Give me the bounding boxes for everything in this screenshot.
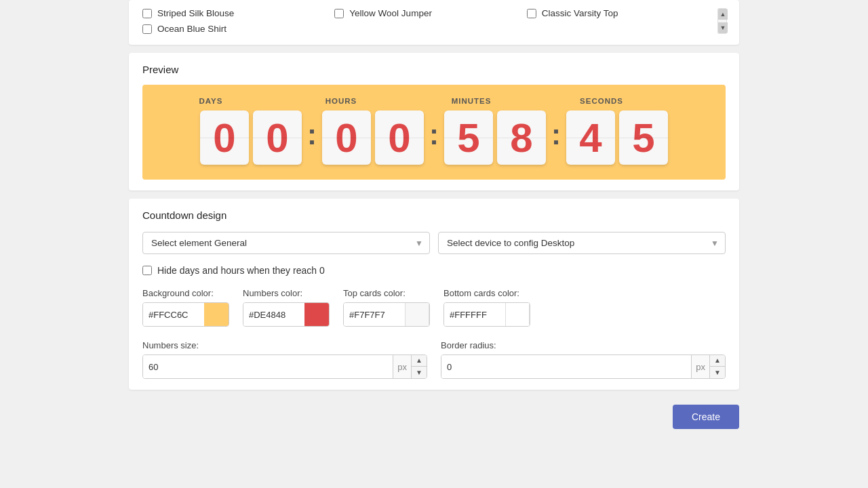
hours-1-value: 0 — [388, 115, 410, 161]
bottom-cards-color-label: Bottom cards color: — [443, 288, 530, 298]
numbers-size-steppers: ▲ ▼ — [411, 354, 427, 379]
border-radius-steppers: ▲ ▼ — [709, 354, 725, 379]
background-color-field: Background color: — [142, 288, 229, 327]
checkbox-item-striped-silk-blouse[interactable]: Striped Silk Blouse — [142, 8, 328, 18]
seconds-digit-1: 5 — [619, 110, 668, 165]
bottom-cards-color-hex-input[interactable] — [444, 303, 505, 326]
colors-row: Background color: Numbers color: Top car… — [142, 288, 726, 327]
top-cards-color-field: Top cards color: — [343, 288, 430, 327]
design-title: Countdown design — [142, 209, 726, 221]
page-wrapper: Striped Silk Blouse Yellow Wool Jumper C… — [0, 0, 868, 488]
numbers-size-unit: px — [393, 355, 411, 378]
numbers-color-swatch[interactable] — [304, 302, 329, 327]
checkbox-item-yellow-wool-jumper[interactable]: Yellow Wool Jumper — [334, 8, 519, 18]
numbers-color-hex-input[interactable] — [243, 303, 304, 326]
selects-row: Select element General Select element Nu… — [142, 232, 726, 254]
select-element-wrapper: Select element General Select element Nu… — [142, 232, 430, 254]
hours-digit-1: 0 — [375, 110, 424, 165]
numbers-size-field: Numbers size: px ▲ ▼ — [142, 340, 427, 379]
numbers-color-input-wrapper — [243, 302, 330, 327]
bottom-cards-color-field: Bottom cards color: — [443, 288, 530, 327]
design-section: Countdown design Select element General … — [129, 199, 739, 390]
top-cards-color-hex-input[interactable] — [344, 303, 405, 326]
background-color-swatch[interactable] — [204, 302, 229, 327]
border-radius-field: Border radius: px ▲ ▼ — [441, 340, 726, 379]
numbers-size-label: Numbers size: — [142, 340, 427, 350]
checkbox-item-classic-varsity-top[interactable]: Classic Varsity Top — [527, 8, 712, 18]
select-element-dropdown[interactable]: Select element General Select element Nu… — [142, 232, 430, 254]
countdown-labels-row: DAYSDAYSHOURSHOURSMINUTESMINUTESSECONDSS… — [186, 97, 682, 105]
border-radius-label: Border radius: — [441, 340, 726, 350]
bottom-cards-color-input-wrapper — [443, 302, 530, 327]
minutes-0-value: 5 — [457, 115, 479, 161]
border-radius-up-button[interactable]: ▲ — [710, 354, 725, 367]
minutes-1-value: 8 — [510, 115, 532, 161]
background-color-label: Background color: — [142, 288, 229, 298]
sizes-row: Numbers size: px ▲ ▼ Border radius: px — [142, 340, 726, 379]
border-radius-input-wrapper: px ▲ ▼ — [441, 354, 726, 379]
countdown-digits-row: 0 0 : 0 0 : 5 8 — [200, 110, 668, 165]
hide-days-checkbox[interactable] — [142, 266, 152, 275]
border-radius-down-button[interactable]: ▼ — [710, 367, 725, 379]
bottom-cards-color-swatch[interactable] — [505, 302, 530, 327]
top-cards-color-label: Top cards color: — [343, 288, 430, 298]
background-color-hex-input[interactable] — [143, 303, 204, 326]
days-0-value: 0 — [213, 115, 235, 161]
select-device-dropdown[interactable]: Select device to config Desktop Select d… — [438, 232, 726, 254]
numbers-color-field: Numbers color: — [243, 288, 330, 327]
checkbox-grid: Striped Silk Blouse Yellow Wool Jumper C… — [142, 8, 726, 34]
numbers-size-up-button[interactable]: ▲ — [412, 354, 427, 367]
hide-days-label: Hide days and hours when they reach 0 — [157, 265, 325, 276]
checkboxes-section: Striped Silk Blouse Yellow Wool Jumper C… — [129, 0, 739, 45]
select-device-wrapper: Select device to config Desktop Select d… — [438, 232, 726, 254]
seconds-1-value: 5 — [632, 115, 654, 161]
hide-days-row: Hide days and hours when they reach 0 — [142, 265, 726, 276]
background-color-input-wrapper — [142, 302, 229, 327]
checkbox-item-ocean-blue-shirt[interactable]: Ocean Blue Shirt — [142, 24, 328, 34]
top-cards-color-swatch[interactable] — [405, 302, 429, 327]
days-digit-0: 0 — [200, 110, 249, 165]
numbers-size-input-wrapper: px ▲ ▼ — [142, 354, 427, 379]
bottom-bar: Create — [0, 398, 868, 436]
classic-varsity-top-checkbox[interactable] — [527, 9, 536, 18]
minutes-digit-1: 8 — [497, 110, 546, 165]
border-radius-unit: px — [691, 355, 709, 378]
numbers-color-label: Numbers color: — [243, 288, 330, 298]
striped-silk-blouse-checkbox[interactable] — [142, 9, 152, 18]
seconds-0-value: 4 — [579, 115, 601, 161]
separator-1: : — [306, 119, 318, 151]
top-cards-color-input-wrapper — [343, 302, 430, 327]
ocean-blue-shirt-label: Ocean Blue Shirt — [157, 24, 226, 34]
numbers-size-input[interactable] — [143, 355, 393, 378]
days-1-value: 0 — [266, 115, 288, 161]
create-button[interactable]: Create — [673, 405, 739, 429]
minutes-digit-0: 5 — [444, 110, 493, 165]
hours-0-value: 0 — [335, 115, 357, 161]
classic-varsity-top-label: Classic Varsity Top — [542, 8, 618, 18]
scroll-up-arrow[interactable]: ▲ — [718, 9, 728, 20]
countdown-preview: DAYSDAYSHOURSHOURSMINUTESMINUTESSECONDSS… — [142, 85, 726, 180]
striped-silk-blouse-label: Striped Silk Blouse — [157, 8, 234, 18]
preview-section: Preview DAYSDAYSHOURSHOURSMINUTESMINUTES… — [129, 53, 739, 190]
numbers-size-down-button[interactable]: ▼ — [412, 367, 427, 379]
border-radius-input[interactable] — [441, 355, 691, 378]
ocean-blue-shirt-checkbox[interactable] — [142, 24, 152, 34]
seconds-digit-0: 4 — [566, 110, 615, 165]
separator-2: : — [428, 119, 440, 151]
separator-3: : — [550, 119, 562, 151]
yellow-wool-jumper-label: Yellow Wool Jumper — [349, 8, 432, 18]
days-digit-1: 0 — [253, 110, 302, 165]
scrollbar-track: ▲ ▼ — [717, 8, 727, 34]
yellow-wool-jumper-checkbox[interactable] — [334, 9, 344, 18]
hours-digit-0: 0 — [322, 110, 371, 165]
scroll-down-arrow[interactable]: ▼ — [718, 22, 728, 33]
preview-title: Preview — [142, 64, 726, 75]
